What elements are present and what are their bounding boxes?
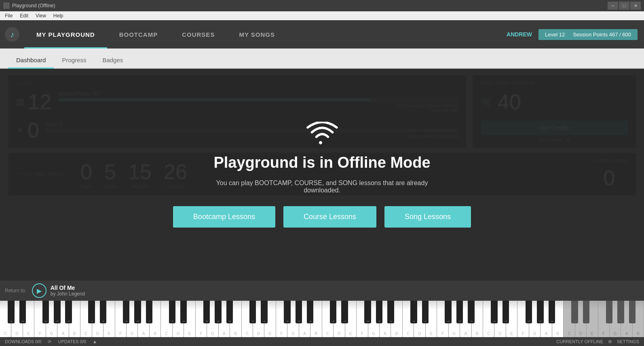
- tab-progress[interactable]: Progress: [54, 53, 94, 69]
- white-key[interactable]: C♭b: [80, 301, 92, 337]
- black-key[interactable]: ♭b: [226, 301, 233, 323]
- nav-session-points: Session Points 467 / 600: [573, 32, 631, 38]
- black-key[interactable]: ♭b: [456, 301, 463, 323]
- status-offline: CURRENTLY OFFLINE: [556, 339, 603, 344]
- black-key[interactable]: ♭b: [549, 301, 555, 323]
- title-bar-left: Playground (Offline): [3, 2, 55, 9]
- black-key[interactable]: ♭b: [180, 301, 187, 323]
- course-lessons-button[interactable]: Course Lessons: [283, 206, 376, 228]
- black-key[interactable]: ♭b: [307, 301, 313, 323]
- menu-file[interactable]: File: [2, 12, 16, 19]
- nav-my-playground[interactable]: MY PLAYGROUND: [24, 20, 107, 49]
- title-bar-controls[interactable]: ─ □ ✕: [608, 2, 641, 10]
- updates-chevron[interactable]: ▲: [93, 339, 97, 344]
- menu-view[interactable]: View: [32, 12, 49, 19]
- song-info: All Of Me by John Legend: [51, 285, 85, 297]
- black-key[interactable]: ♭b: [8, 301, 14, 323]
- update-icon: ⟳: [48, 339, 51, 344]
- bootcamp-lessons-button[interactable]: Bootcamp Lessons: [173, 206, 275, 228]
- status-bar: DOWNLOADS 0/0 ⟳ UPDATES 0/0 ▲ CURRENTLY …: [0, 337, 644, 346]
- white-key[interactable]: F♭b: [34, 301, 46, 337]
- white-key[interactable]: C♭b: [483, 301, 494, 337]
- black-key[interactable]: ♭b: [54, 301, 60, 323]
- black-key[interactable]: ♭b: [123, 301, 129, 323]
- black-key[interactable]: ♭b: [491, 301, 497, 323]
- piano-section: Return to: ▶ All Of Me by John Legend C♭…: [0, 281, 644, 337]
- black-key[interactable]: ♭b: [169, 301, 175, 323]
- minimize-button[interactable]: ─: [608, 2, 618, 10]
- black-key[interactable]: ♭b: [526, 301, 532, 323]
- song-artist: by John Legend: [51, 291, 85, 297]
- white-key[interactable]: F♭b: [437, 301, 448, 337]
- black-key[interactable]: ♭b: [629, 301, 636, 323]
- status-right: CURRENTLY OFFLINE ⚙ SETTINGS: [556, 339, 639, 344]
- black-key[interactable]: ♭b: [100, 301, 106, 323]
- black-key[interactable]: ♭b: [284, 301, 290, 323]
- black-key[interactable]: ♭b: [445, 301, 451, 323]
- white-key[interactable]: C♭b: [242, 301, 253, 337]
- menu-edit[interactable]: Edit: [17, 12, 32, 19]
- black-key[interactable]: ♭b: [134, 301, 141, 323]
- song-lessons-button[interactable]: Song Lessons: [384, 206, 471, 228]
- white-key[interactable]: C♭b: [322, 301, 334, 337]
- close-button[interactable]: ✕: [630, 2, 641, 10]
- white-key[interactable]: C♭b: [564, 301, 575, 337]
- black-key[interactable]: ♭b: [203, 301, 210, 323]
- settings-icon: ⚙: [608, 339, 612, 344]
- black-key[interactable]: ♭b: [249, 301, 256, 323]
- white-key[interactable]: C♭b: [161, 301, 172, 337]
- black-key[interactable]: ♭b: [387, 301, 394, 323]
- black-key[interactable]: ♭b: [88, 301, 95, 323]
- black-key[interactable]: ♭b: [571, 301, 578, 323]
- title-bar: Playground (Offline) ─ □ ✕: [0, 0, 644, 11]
- black-key[interactable]: ♭b: [468, 301, 474, 323]
- maximize-button[interactable]: □: [619, 2, 629, 10]
- title-bar-title: Playground (Offline): [12, 3, 55, 8]
- black-key[interactable]: ♭b: [583, 301, 589, 323]
- piano-keys: C♭bD♭bEF♭bG♭bA♭bBC♭bD♭bEF♭bG♭bA♭bBC♭bD♭b…: [0, 301, 644, 337]
- piano-return-bar: Return to: ▶ All Of Me by John Legend: [0, 281, 644, 301]
- white-key[interactable]: C♭b: [403, 301, 414, 337]
- black-key[interactable]: ♭b: [617, 301, 624, 323]
- white-key[interactable]: F♭b: [276, 301, 287, 337]
- play-button[interactable]: ▶: [32, 283, 46, 298]
- black-key[interactable]: ♭b: [376, 301, 382, 323]
- black-key[interactable]: ♭b: [296, 301, 302, 323]
- nav-level: Level 12: [545, 32, 565, 38]
- settings-label[interactable]: SETTINGS: [617, 339, 639, 344]
- nav-bar: ♪ MY PLAYGROUND BOOTCAMP COURSES MY SONG…: [0, 20, 644, 49]
- black-key[interactable]: ♭b: [65, 301, 72, 323]
- tab-dashboard[interactable]: Dashboard: [8, 53, 54, 69]
- black-key[interactable]: ♭b: [341, 301, 348, 323]
- status-left: DOWNLOADS 0/0 ⟳ UPDATES 0/0 ▲: [5, 339, 97, 344]
- nav-links: MY PLAYGROUND BOOTCAMP COURSES MY SONGS: [24, 20, 507, 49]
- nav-courses[interactable]: COURSES: [170, 20, 227, 49]
- offline-overlay: Playground is in Offline Mode You can pl…: [0, 69, 644, 281]
- white-key[interactable]: F♭b: [196, 301, 207, 337]
- nav-my-songs[interactable]: MY SONGS: [227, 20, 287, 49]
- black-key[interactable]: ♭b: [410, 301, 417, 323]
- black-key[interactable]: ♭b: [330, 301, 336, 323]
- black-key[interactable]: ♭b: [215, 301, 221, 323]
- menu-help[interactable]: Help: [50, 12, 67, 19]
- nav-level-box: Level 12 Session Points 467 / 600: [538, 29, 638, 40]
- black-key[interactable]: ♭b: [19, 301, 26, 323]
- black-key[interactable]: ♭b: [537, 301, 543, 323]
- white-key[interactable]: F♭b: [115, 301, 127, 337]
- black-key[interactable]: ♭b: [606, 301, 612, 323]
- black-key[interactable]: ♭b: [261, 301, 267, 323]
- white-key[interactable]: F♭b: [598, 301, 610, 337]
- black-key[interactable]: ♭b: [42, 301, 49, 323]
- white-key[interactable]: F♭b: [357, 301, 368, 337]
- black-key[interactable]: ♭b: [364, 301, 371, 323]
- offline-subtitle: You can play BOOTCAMP, COURSE, and SONG …: [201, 179, 443, 194]
- black-key[interactable]: ♭b: [146, 301, 152, 323]
- nav-bootcamp[interactable]: BOOTCAMP: [107, 20, 170, 49]
- black-key[interactable]: ♭b: [422, 301, 429, 323]
- black-key[interactable]: ♭b: [503, 301, 509, 323]
- nav-right: ANDREW Level 12 Session Points 467 / 600: [507, 29, 644, 40]
- white-key[interactable]: F♭b: [517, 301, 529, 337]
- tab-badges[interactable]: Badges: [94, 53, 131, 69]
- white-key[interactable]: C♭b: [0, 301, 11, 337]
- return-to-label: Return to:: [5, 288, 26, 293]
